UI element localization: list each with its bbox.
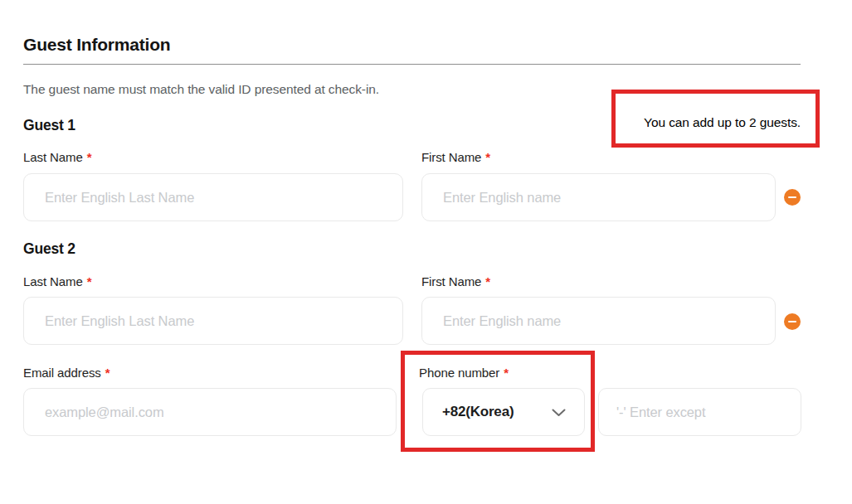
required-asterisk: *	[504, 366, 509, 380]
email-label: Email address*	[23, 366, 110, 380]
label-text: Email address	[23, 366, 101, 380]
guest-2-heading: Guest 2	[23, 240, 75, 258]
minus-icon	[788, 196, 796, 198]
minus-icon	[788, 321, 796, 322]
phone-number-input[interactable]	[598, 388, 801, 436]
label-text: Phone number	[419, 366, 499, 380]
guest-1-remove-button[interactable]	[784, 189, 801, 206]
guest-1-first-name-label: First Name*	[421, 150, 490, 164]
label-text: Last Name	[23, 150, 83, 164]
required-asterisk: *	[105, 366, 110, 380]
page-title: Guest Information	[23, 35, 170, 55]
required-asterisk: *	[485, 274, 490, 288]
max-guests-text: You can add up to 2 guests.	[644, 115, 801, 130]
id-match-note: The guest name must match the valid ID p…	[23, 82, 379, 97]
label-text: Last Name	[23, 274, 83, 288]
required-asterisk: *	[87, 150, 92, 164]
required-asterisk: *	[485, 150, 490, 164]
label-text: First Name	[421, 274, 481, 288]
guest-2-first-name-label: First Name*	[421, 274, 490, 288]
guest-2-remove-button[interactable]	[784, 313, 801, 330]
email-input[interactable]	[23, 388, 397, 436]
guest-2-last-name-label: Last Name*	[23, 274, 91, 288]
guest-1-last-name-label: Last Name*	[23, 150, 91, 164]
chevron-down-icon	[552, 409, 566, 417]
guest-information-page: Guest Information The guest name must ma…	[0, 0, 852, 504]
guest-1-last-name-input[interactable]	[23, 173, 403, 221]
phone-country-select[interactable]: +82(Korea)	[422, 388, 585, 436]
phone-label: Phone number*	[419, 366, 509, 380]
guest-1-first-name-input[interactable]	[421, 173, 776, 221]
max-guests-annotation-box: You can add up to 2 guests.	[611, 90, 820, 148]
title-divider	[23, 64, 801, 65]
required-asterisk: *	[87, 274, 92, 288]
phone-country-value: +82(Korea)	[442, 404, 514, 420]
guest-1-heading: Guest 1	[23, 117, 75, 134]
label-text: First Name	[421, 150, 481, 164]
guest-2-last-name-input[interactable]	[23, 297, 403, 345]
guest-2-first-name-input[interactable]	[421, 297, 776, 345]
